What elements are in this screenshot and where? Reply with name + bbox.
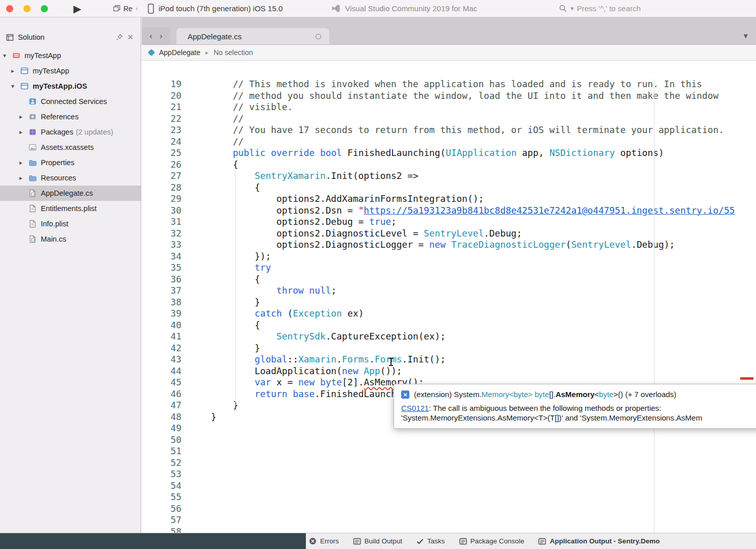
sidebar-item-resources[interactable]: ▸Resources	[0, 170, 141, 186]
code-line[interactable]: 57	[142, 514, 756, 526]
code-line[interactable]: 32 options2.DiagnosticLevel = SentryLeve…	[142, 228, 756, 240]
tooltip-signature-text: (extension) System.Memory<byte> byte[].A…	[414, 390, 676, 399]
code-text: // You have 17 seconds to return from th…	[181, 124, 724, 136]
code-line[interactable]: 44 LoadApplication(new App());	[142, 365, 756, 377]
code-line[interactable]: 39 catch (Exception ex)	[142, 308, 756, 320]
code-line[interactable]: 36 {	[142, 274, 756, 285]
code-line[interactable]: 43 global::Xamarin.Forms.Forms.Init();	[142, 354, 756, 365]
pin-icon[interactable]	[116, 34, 123, 41]
code-editor[interactable]: 19 // This method is invoked when the ap…	[142, 79, 756, 533]
code-line[interactable]: 34 });	[142, 251, 756, 263]
close-window-button[interactable]	[6, 5, 13, 12]
code-line[interactable]: 28 {	[142, 182, 756, 194]
code-line[interactable]: 42 }	[142, 343, 756, 354]
sidebar-item-references[interactable]: ▸References	[0, 109, 141, 124]
line-number: 39	[142, 308, 181, 320]
line-number: 30	[142, 205, 181, 217]
tab-navigation: ‹ ›	[142, 28, 170, 44]
code-line[interactable]: 29 options2.AddXamarinFormsIntegration()…	[142, 193, 756, 205]
sidebar-item-assets-xcassets[interactable]: Assets.xcassets	[0, 140, 141, 155]
sidebar-item-properties[interactable]: ▸Properties	[0, 155, 141, 170]
close-pad-icon[interactable]: ✕	[127, 33, 134, 42]
code-line[interactable]: 33 options2.DiagnosticLogger = new Trace…	[142, 239, 756, 251]
statusbar-button-application-output-sentry-demo[interactable]: Application Output - Sentry.Demo	[538, 537, 660, 545]
code-line[interactable]: 37 throw null;	[142, 285, 756, 297]
sidebar-item-packages[interactable]: ▸Packages(2 updates)	[0, 124, 141, 140]
code-line[interactable]: 23 // You have 17 seconds to return from…	[142, 124, 756, 136]
code-text: options2.DiagnosticLevel = SentryLevel.D…	[181, 228, 522, 240]
navigate-forward-button[interactable]: ›	[160, 31, 163, 41]
project-icon	[20, 82, 29, 90]
code-line[interactable]: 35 try	[142, 262, 756, 274]
code-line[interactable]: 50	[142, 434, 756, 446]
code-line[interactable]: 54	[142, 480, 756, 492]
code-line[interactable]: 55	[142, 491, 756, 503]
sidebar-item-mytestapp[interactable]: ▸myTestApp	[0, 63, 141, 79]
line-number: 34	[142, 251, 181, 263]
tab-list-dropdown-icon[interactable]: ▼	[742, 28, 749, 44]
sidebar-item-mytestapp[interactable]: ▾myTestApp	[0, 48, 141, 63]
statusbar-button-build-output[interactable]: Build Output	[353, 537, 402, 545]
statusbar-button-package-console[interactable]: Package Console	[459, 537, 525, 545]
sidebar-item-connected-services[interactable]: Connected Services	[0, 94, 141, 109]
code-line[interactable]: 58	[142, 526, 756, 533]
navigate-back-button[interactable]: ‹	[149, 31, 152, 41]
solution-tree: ▾myTestApp▸myTestApp▾myTestApp.iOSConnec…	[0, 48, 141, 247]
code-line[interactable]: 26 {	[142, 159, 756, 171]
error-code-link[interactable]: CS0121	[401, 404, 429, 412]
code-text: //	[181, 136, 244, 148]
breadcrumb-selection[interactable]: No selection	[214, 48, 253, 57]
code-line[interactable]: 53	[142, 468, 756, 480]
device-selector[interactable]: iPod touch (7th generation) iOS 15.0	[148, 0, 283, 17]
code-text	[181, 514, 189, 526]
statusbar-button-tasks[interactable]: Tasks	[416, 537, 445, 545]
code-line[interactable]: 20 // method you should instantiate the …	[142, 90, 756, 102]
breadcrumb-type[interactable]: AppDelegate	[159, 48, 200, 57]
code-line[interactable]: 21 // visible.	[142, 101, 756, 113]
code-text	[181, 526, 189, 533]
sidebar-item-entitlements-plist[interactable]: Entitlements.plist	[0, 201, 141, 216]
run-button[interactable]: ▶	[73, 0, 81, 17]
search-field[interactable]: ▾ Press '^,' to search	[559, 0, 641, 17]
sidebar-item-info-plist[interactable]: Info.plist	[0, 216, 141, 231]
solution-icon	[12, 51, 20, 60]
sidebar-item-appdelegate-cs[interactable]: {}AppDelegate.cs	[0, 186, 141, 201]
code-line[interactable]: 56	[142, 503, 756, 515]
code-line[interactable]: 52	[142, 457, 756, 469]
tree-item-label: myTestApp	[33, 67, 69, 75]
code-line[interactable]: 38 }	[142, 297, 756, 308]
disclosure-right-icon[interactable]: ▸	[11, 67, 20, 74]
code-line[interactable]: 24 //	[142, 136, 756, 148]
class-icon	[148, 49, 155, 56]
statusbar-button-label: Application Output - Sentry.Demo	[550, 537, 660, 545]
build-configuration-selector[interactable]: Re ›	[113, 0, 138, 17]
disclosure-down-icon[interactable]: ▾	[3, 52, 12, 59]
code-line[interactable]: 27 SentryXamarin.Init(options2 =>	[142, 170, 756, 182]
code-line[interactable]: 25 public override bool FinishedLaunchin…	[142, 147, 756, 159]
disclosure-right-icon[interactable]: ▸	[19, 159, 29, 166]
code-line[interactable]: 41 SentrySdk.CaptureException(ex);	[142, 331, 756, 343]
statusbar-button-errors[interactable]: Errors	[309, 537, 339, 545]
visual-studio-logo-icon	[331, 4, 341, 13]
sidebar-item-mytestapp-ios[interactable]: ▾myTestApp.iOS	[0, 79, 141, 94]
line-number: 29	[142, 193, 181, 205]
code-line[interactable]: 31 options2.Debug = true;	[142, 216, 756, 228]
code-line[interactable]: 30 options2.Dsn = "https://5a193123a9b84…	[142, 205, 756, 217]
code-text: {	[181, 159, 238, 171]
line-number: 55	[142, 491, 181, 503]
code-line[interactable]: 40 {	[142, 320, 756, 331]
code-line[interactable]: 51	[142, 446, 756, 457]
disclosure-down-icon[interactable]: ▾	[11, 83, 20, 90]
zoom-window-button[interactable]	[41, 5, 48, 12]
disclosure-right-icon[interactable]: ▸	[19, 128, 29, 136]
code-line[interactable]: 19 // This method is invoked when the ap…	[142, 79, 756, 90]
code-line[interactable]: 22 //	[142, 113, 756, 125]
disclosure-right-icon[interactable]: ▸	[19, 174, 29, 181]
disclosure-right-icon[interactable]: ▸	[19, 113, 29, 120]
tab-appdelegate[interactable]: AppDelegate.cs	[176, 28, 329, 44]
minimize-window-button[interactable]	[23, 5, 31, 12]
folder-icon	[29, 174, 37, 182]
sidebar-item-main-cs[interactable]: {}Main.cs	[0, 231, 141, 247]
code-lines: 19 // This method is invoked when the ap…	[142, 79, 756, 533]
csfile-icon: {}	[29, 235, 37, 243]
